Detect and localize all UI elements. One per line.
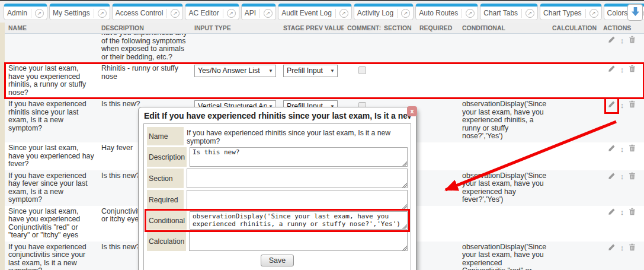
table-row: have you experienced any of the followin… [5,34,644,63]
modal-title: Edit If you have experienced rhinitis si… [143,110,411,123]
external-link-icon[interactable]: ↗ [35,9,44,18]
page: Admin↗ My Settings↗ Access Control↗ AC E… [0,0,644,270]
col-calculation: CALCULATION [549,23,600,34]
question-name: Since your last exam, have you experienc… [5,142,98,170]
close-icon[interactable]: x [407,106,417,116]
conditional-textarea[interactable]: observationDisplay('Since your last exam… [190,211,408,230]
tab-strip: Admin↗ My Settings↗ Access Control↗ AC E… [0,1,644,20]
delete-icon[interactable] [629,100,636,110]
conditional-field-label: Conditional [147,211,187,230]
question-conditional: observationDisplay('Since your last exam… [459,170,549,206]
delete-icon[interactable] [629,243,636,253]
col-actions: ACTIONS [600,23,644,34]
move-row-icon[interactable]: ↕ [620,244,624,252]
tab-ac-editor[interactable]: AC Editor↗ [185,4,239,20]
tab-my-settings[interactable]: My Settings↗ [49,4,110,20]
question-name: If you have experienced hay fever since … [5,170,98,206]
col-stage-prev-value: STAGE PREV VALUE [280,23,344,34]
tab-activity-log[interactable]: Activity Log↗ [354,4,414,20]
external-link-icon[interactable]: ↗ [339,9,348,18]
edit-icon[interactable] [608,172,616,182]
question-name: If you have experienced rhinitis since y… [5,99,98,142]
move-row-icon[interactable]: ↕ [620,101,624,110]
col-conditional: CONDITIONAL [459,23,549,34]
external-link-icon[interactable]: ↗ [264,9,273,18]
modal-form: Name If you have experienced rhinitis si… [143,123,411,270]
save-button[interactable]: Save [261,255,294,266]
external-link-icon[interactable]: ↗ [466,9,475,18]
edit-icon[interactable] [608,243,616,253]
tab-audit-event-log[interactable]: Audit Event Log↗ [278,4,352,20]
move-row-icon[interactable]: ↕ [620,173,624,181]
input-type-select[interactable]: Yes/No Answer List▼ [194,65,276,77]
col-input-type: INPUT TYPE [191,23,280,34]
tab-access-control[interactable]: Access Control↗ [112,4,184,20]
tab-chart-tabs[interactable]: Chart Tabs↗ [480,4,538,20]
dropdown-arrow-icon: ▼ [268,67,273,75]
table-row-rhinitis-highlighted: Since your last exam, have you experienc… [5,63,644,99]
tab-auto-routes[interactable]: Auto Routes↗ [415,4,478,20]
move-row-icon[interactable]: ↕ [620,37,624,45]
section-textarea[interactable] [187,169,408,188]
edit-icon[interactable] [608,208,616,218]
question-description: have you experienced any of the followin… [101,34,187,62]
required-field-label: Required [147,190,184,209]
external-link-icon[interactable]: ↗ [401,9,410,18]
comments-checkbox[interactable] [358,66,366,74]
col-comments: COMMENTS [344,23,380,34]
question-conditional: observationDisplay('Since your last exam… [459,99,549,142]
question-conditional: observationDisplay('Since your last exam… [459,242,549,270]
move-row-icon[interactable]: ↕ [620,66,624,74]
required-textarea[interactable] [187,190,408,209]
external-link-icon[interactable]: ↗ [526,9,534,18]
edit-icon[interactable] [608,36,616,46]
delete-icon[interactable] [629,208,636,218]
col-description: DESCRIPTION [98,23,191,34]
move-row-icon[interactable]: ↕ [620,145,624,154]
external-link-icon[interactable]: ↗ [589,9,598,18]
name-field-label: Name [147,127,184,145]
external-link-icon[interactable]: ↗ [227,9,236,18]
col-required: REQUIRED [416,23,459,34]
external-link-icon[interactable]: ↗ [98,9,107,18]
tab-chart-types[interactable]: Chart Types↗ [540,4,601,20]
question-description: Rhinitis - runny or stuffy nose [98,63,191,99]
stage-prev-value-select[interactable]: Prefill Input▼ [283,65,338,77]
question-name: Since your last exam, have you experienc… [5,206,98,242]
delete-icon[interactable] [629,65,636,75]
calculation-field-label: Calculation [147,231,186,251]
col-name: NAME [5,23,98,34]
col-section: SECTION [380,23,416,34]
left-margin-strip [0,23,5,270]
question-name: If you have experienced conjunctivitis s… [5,242,98,270]
question-name: Since your last exam, have you experienc… [5,63,98,99]
calculation-textarea[interactable] [189,231,408,251]
tab-api[interactable]: API↗ [241,4,276,20]
name-field-value: If you have experienced rhinitis since y… [187,127,408,145]
delete-icon[interactable] [629,144,636,154]
description-field-label: Description [147,147,187,167]
tab-admin[interactable]: Admin↗ [4,4,47,20]
scroll-tabs-button[interactable] [627,4,643,21]
external-link-icon[interactable]: ↗ [171,9,180,18]
tab-bar: Admin↗ My Settings↗ Access Control↗ AC E… [0,0,644,23]
delete-icon[interactable] [629,172,636,182]
delete-icon[interactable] [629,36,636,46]
table-header-row: NAME DESCRIPTION INPUT TYPE STAGE PREV V… [5,23,644,34]
move-row-icon[interactable]: ↕ [620,208,624,217]
edit-icon-highlighted[interactable] [608,100,616,110]
edit-question-modal: x Edit If you have experienced rhinitis … [138,107,416,270]
edit-icon[interactable] [608,144,616,154]
description-textarea[interactable]: Is this new? [190,147,408,167]
conditional-row-highlighted: Conditional observationDisplay('Since yo… [147,211,408,230]
down-arrow-icon [631,7,640,19]
section-field-label: Section [147,169,184,188]
edit-icon[interactable] [608,65,616,75]
dropdown-arrow-icon: ▼ [330,67,335,75]
